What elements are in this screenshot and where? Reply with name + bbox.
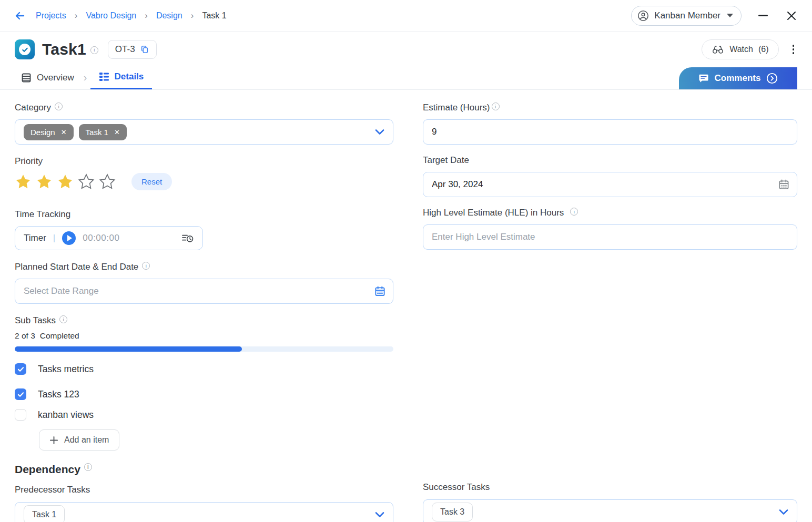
comments-chat-icon xyxy=(698,74,709,83)
circle-arrow-icon xyxy=(766,73,778,84)
info-icon[interactable]: i xyxy=(90,46,98,54)
priority-reset-button[interactable]: Reset xyxy=(131,173,172,190)
checkbox-unchecked-icon[interactable] xyxy=(15,409,26,421)
calendar-icon[interactable] xyxy=(374,286,385,297)
top-bar: Projects › Vabro Design › Design › Task … xyxy=(0,0,812,32)
subtasks-count: 2 of 3 xyxy=(15,331,35,341)
page-title: Task1 xyxy=(42,40,86,58)
time-log-icon[interactable] xyxy=(181,233,194,243)
user-role-label: Kanban Member xyxy=(654,11,720,21)
info-icon[interactable]: i xyxy=(142,262,150,270)
subtask-item[interactable]: kanban views xyxy=(15,409,393,421)
target-date-label: Target Date xyxy=(423,155,797,166)
successor-chip: Task 3 xyxy=(432,503,473,521)
successor-label: Successor Tasks xyxy=(423,482,797,493)
star-filled-icon[interactable] xyxy=(36,173,53,190)
timer-value: 00:00:00 xyxy=(83,233,119,243)
tab-overview-label: Overview xyxy=(37,73,74,83)
subtask-item-label: Tasks 123 xyxy=(38,389,79,400)
breadcrumb-projects[interactable]: Projects xyxy=(36,11,66,21)
tab-overview[interactable]: Overview xyxy=(15,66,80,89)
comments-button[interactable]: Comments xyxy=(679,67,797,89)
successor-select[interactable]: Task 3 xyxy=(423,499,797,522)
remove-chip-icon[interactable]: ✕ xyxy=(61,129,67,136)
chevron-down-icon[interactable] xyxy=(779,509,788,515)
add-subtask-button[interactable]: Add an item xyxy=(39,429,119,451)
minimize-button[interactable] xyxy=(756,9,770,23)
task-key-text: OT-3 xyxy=(115,44,135,55)
chevron-down-icon[interactable] xyxy=(375,129,384,135)
subtasks-status: Completed xyxy=(40,331,79,341)
remove-chip-icon[interactable]: ✕ xyxy=(114,129,120,136)
divider: | xyxy=(53,233,55,243)
target-date-input[interactable] xyxy=(423,172,797,197)
predecessor-select[interactable]: Task 1 xyxy=(15,502,393,522)
plus-icon xyxy=(49,436,58,445)
hle-label: High Level Estimate (HLE) in Hours i xyxy=(423,208,797,218)
category-chip: Task 1 ✕ xyxy=(79,124,127,140)
back-arrow-icon[interactable] xyxy=(14,9,27,23)
subtask-item[interactable]: Tasks 123 xyxy=(15,388,393,400)
tab-details[interactable]: Details xyxy=(90,66,153,89)
task-key-badge: OT-3 xyxy=(108,40,157,59)
binoculars-icon xyxy=(712,44,724,55)
subtasks-progress-bar xyxy=(15,346,393,352)
user-icon xyxy=(637,10,649,22)
breadcrumb-separator-icon: › xyxy=(145,11,148,21)
task-check-icon xyxy=(15,39,35,59)
watch-button[interactable]: Watch (6) xyxy=(702,39,778,59)
estimate-label: Estimate (Hours) i xyxy=(423,103,797,113)
planned-dates-label: Planned Start Date & End Date i xyxy=(15,262,393,272)
category-chip: Design ✕ xyxy=(24,124,74,140)
play-icon xyxy=(67,235,72,241)
breadcrumb: Projects › Vabro Design › Design › Task … xyxy=(14,9,227,23)
category-label: Category i xyxy=(15,103,393,113)
breadcrumb-separator-icon: › xyxy=(191,11,194,21)
chevron-down-icon[interactable] xyxy=(375,511,384,518)
category-select[interactable]: Design ✕ Task 1 ✕ xyxy=(15,119,393,145)
timer-play-button[interactable] xyxy=(62,231,76,245)
close-button[interactable] xyxy=(785,9,798,23)
subtask-item[interactable]: Tasks metrics xyxy=(15,363,393,375)
checkbox-checked-icon[interactable] xyxy=(15,363,26,375)
timer-widget: Timer | 00:00:00 xyxy=(15,226,203,250)
copy-icon[interactable] xyxy=(140,45,149,54)
close-icon xyxy=(786,11,797,21)
comments-label: Comments xyxy=(715,73,761,84)
watch-label: Watch xyxy=(729,45,753,54)
priority-label: Priority xyxy=(15,156,393,167)
user-role-dropdown[interactable]: Kanban Member xyxy=(631,6,742,26)
subtasks-progress-fill xyxy=(15,346,242,352)
subtasks-label: Sub Tasks i xyxy=(15,315,393,326)
category-chip-label: Task 1 xyxy=(86,128,108,137)
date-range-input[interactable] xyxy=(15,279,393,304)
info-icon[interactable]: i xyxy=(570,208,578,216)
star-empty-icon[interactable] xyxy=(99,173,116,190)
add-subtask-label: Add an item xyxy=(64,435,109,445)
breadcrumb-design[interactable]: Design xyxy=(156,11,182,21)
timer-label: Timer xyxy=(24,233,46,243)
more-options-button[interactable] xyxy=(789,43,798,56)
info-icon[interactable]: i xyxy=(492,103,500,110)
star-filled-icon[interactable] xyxy=(57,173,74,190)
checkbox-checked-icon[interactable] xyxy=(15,388,26,400)
star-empty-icon[interactable] xyxy=(78,173,95,190)
caret-down-icon xyxy=(727,14,733,17)
details-panel: Category i Design ✕ Task 1 ✕ Priority xyxy=(0,90,812,522)
star-filled-icon[interactable] xyxy=(15,173,32,190)
calendar-icon[interactable] xyxy=(778,179,789,190)
chevron-right-icon: › xyxy=(80,66,90,89)
subtask-item-label: kanban views xyxy=(38,410,94,421)
estimate-input[interactable] xyxy=(423,119,797,145)
hle-input[interactable] xyxy=(423,224,797,250)
tab-bar: Overview › Details Comments xyxy=(0,66,812,90)
tab-details-label: Details xyxy=(115,71,144,82)
info-icon[interactable]: i xyxy=(84,463,92,471)
subtask-item-label: Tasks metrics xyxy=(38,364,94,375)
info-icon[interactable]: i xyxy=(59,315,67,323)
breadcrumb-vabro-design[interactable]: Vabro Design xyxy=(86,11,136,21)
subtasks-progress-text: 2 of 3 Completed xyxy=(15,331,393,341)
info-icon[interactable]: i xyxy=(55,103,63,110)
dependency-title: Dependency i xyxy=(15,463,393,476)
time-tracking-label: Time Tracking xyxy=(15,209,393,220)
